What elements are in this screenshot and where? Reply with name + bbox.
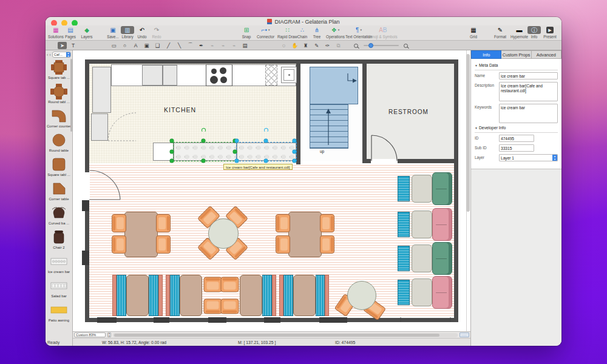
- shape-edit-tool[interactable]: ▤: [240, 42, 249, 49]
- library-button[interactable]: ▥Library: [121, 26, 134, 39]
- solutions-button[interactable]: ▦Solutions: [48, 26, 64, 39]
- booth-bench[interactable]: [398, 246, 410, 271]
- booth-table[interactable]: [180, 275, 202, 316]
- name-field[interactable]: ice cream bar: [499, 72, 558, 79]
- library-select[interactable]: Caf...▲▼: [52, 52, 71, 58]
- subid-field[interactable]: 33315: [499, 144, 534, 152]
- chair[interactable]: [320, 235, 334, 254]
- shape-chair-2[interactable]: Chair 2: [46, 229, 72, 253]
- tab-advanced[interactable]: Advanced: [532, 50, 561, 59]
- save-button[interactable]: ▣Save...: [106, 26, 120, 39]
- dishwasher[interactable]: [265, 65, 277, 86]
- pencil-tool[interactable]: ✎: [312, 42, 321, 49]
- canvas-horizontal-scrollbar[interactable]: [113, 333, 458, 337]
- rotation-handle[interactable]: [264, 128, 268, 132]
- undo-button[interactable]: ↶Undo: [135, 26, 149, 39]
- chair[interactable]: [276, 214, 290, 232]
- kitchen-tall-cabinet[interactable]: [92, 67, 111, 113]
- booth-bench[interactable]: [398, 176, 410, 201]
- oval-tool[interactable]: ○: [120, 42, 129, 49]
- shape-round-table[interactable]: Round table: [46, 132, 72, 156]
- chair[interactable]: [156, 235, 171, 254]
- booth-bench[interactable]: [398, 280, 410, 305]
- id-field[interactable]: 474495: [499, 135, 534, 142]
- callout-tool[interactable]: ❑: [153, 42, 162, 49]
- hypernote-button[interactable]: ▬Hypernote: [510, 26, 528, 39]
- booth-table[interactable]: [412, 244, 432, 272]
- booth-table[interactable]: [293, 275, 316, 316]
- pan-tool[interactable]: ✋: [290, 42, 299, 49]
- zoom-level-select[interactable]: Custom 83%: [74, 332, 106, 337]
- booth-bench[interactable]: [117, 275, 126, 316]
- booth-table[interactable]: [126, 275, 149, 316]
- booth-sofa-pink[interactable]: [432, 208, 452, 241]
- selection-handle[interactable]: [202, 139, 205, 143]
- zoom-tool[interactable]: ◌: [279, 42, 288, 49]
- kitchen-cabinet-1[interactable]: [142, 65, 163, 86]
- stair-landing[interactable]: [310, 67, 358, 104]
- shape-square-table-chairs[interactable]: Square tab ...: [46, 59, 72, 83]
- chair[interactable]: [320, 214, 334, 232]
- description-field[interactable]: Ice cream bar[Cafe and restaurant.cdl]: [499, 82, 558, 101]
- select-tool[interactable]: ➤: [58, 42, 67, 49]
- zoom-slider[interactable]: [364, 45, 399, 46]
- chair[interactable]: [112, 235, 126, 254]
- brush-tool[interactable]: ✑: [323, 42, 332, 49]
- chair[interactable]: [221, 299, 239, 314]
- chain-button[interactable]: ∴Chain: [296, 26, 309, 39]
- selection-handle[interactable]: [293, 150, 296, 153]
- ice-cream-bar-left[interactable]: [174, 143, 237, 161]
- chair[interactable]: [204, 299, 222, 314]
- booth-back-panel[interactable]: [279, 275, 283, 316]
- zoom-slider-knob[interactable]: [368, 43, 373, 48]
- arc-tool[interactable]: ⌒: [186, 42, 195, 49]
- selection-handle[interactable]: [264, 139, 268, 143]
- shape-curved-bar[interactable]: Curved ba ...: [46, 204, 72, 229]
- shape-ice-cream-bar[interactable]: Ice cream bar: [46, 253, 72, 277]
- pages-button[interactable]: ▤Pages: [64, 26, 77, 39]
- booth-bench[interactable]: [170, 275, 180, 316]
- scrollbar-thumb[interactable]: [114, 334, 439, 337]
- shape-patio-awning[interactable]: Patio awning: [46, 302, 72, 326]
- booth-sofa-green[interactable]: [432, 172, 452, 205]
- line-tool[interactable]: ╱: [164, 42, 173, 49]
- library-forward-button[interactable]: ›: [49, 53, 50, 57]
- booth-back-panel[interactable]: [158, 275, 163, 316]
- page-split-control[interactable]: ::::: [459, 332, 469, 337]
- booth-sofa-pink[interactable]: [432, 276, 452, 309]
- chair[interactable]: [156, 214, 171, 232]
- grid-button[interactable]: ▦Grid: [467, 26, 480, 39]
- info-button[interactable]: ⓘInfo: [527, 26, 541, 39]
- chair[interactable]: [112, 214, 126, 232]
- booth-back-panel[interactable]: [272, 275, 276, 316]
- library-scrollbar[interactable]: [70, 59, 72, 132]
- shape-salad-bar[interactable]: Salad bar: [46, 277, 72, 302]
- booth-bench[interactable]: [283, 275, 293, 316]
- add-vertex-tool[interactable]: ⌁: [208, 42, 217, 49]
- emoji-symbols-button[interactable]: ABEmoji & Symbols: [368, 26, 398, 39]
- edit-vertex-tool[interactable]: ⌁: [219, 42, 228, 49]
- booth-bench[interactable]: [149, 275, 158, 316]
- selection-handle[interactable]: [202, 159, 205, 163]
- selection-handle[interactable]: [170, 139, 174, 143]
- present-button[interactable]: ▶Present: [543, 26, 557, 39]
- cut-vertex-tool[interactable]: ⌁: [229, 42, 239, 49]
- shape-corner-table[interactable]: Corner table: [46, 180, 72, 204]
- zoom-in-icon[interactable]: [404, 44, 408, 48]
- meta-data-section-header[interactable]: ▼Meta Data: [475, 63, 558, 67]
- chair[interactable]: [204, 277, 222, 292]
- chair[interactable]: [221, 277, 239, 292]
- image-tool[interactable]: ▣: [142, 42, 151, 49]
- booth-back-panel[interactable]: [325, 275, 329, 316]
- stair-steps[interactable]: [310, 104, 348, 149]
- ice-cream-bar-right[interactable]: [237, 143, 296, 161]
- tab-custom-props[interactable]: Custom Props: [501, 50, 531, 59]
- canvas-vertical-scrollbar[interactable]: [466, 54, 470, 212]
- shape-square-table[interactable]: Square tabl ...: [46, 156, 72, 180]
- operations-button[interactable]: ❖▾Operations: [326, 26, 345, 39]
- crop-tool[interactable]: ⧉: [334, 42, 343, 49]
- text-tool[interactable]: T: [69, 42, 78, 49]
- tab-info[interactable]: Info: [471, 50, 501, 59]
- round-dining-table[interactable]: [347, 281, 376, 310]
- rectangle-tool[interactable]: ▭: [109, 42, 118, 49]
